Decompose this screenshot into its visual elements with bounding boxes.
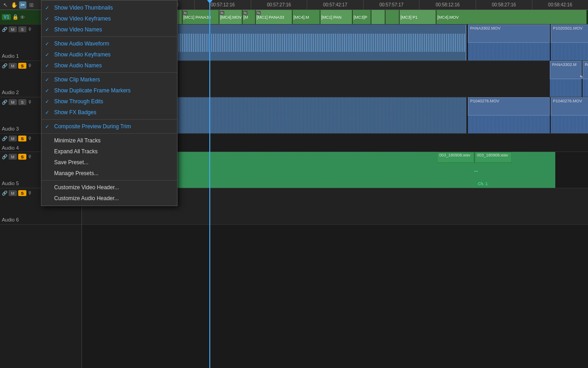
a4-label: Audio 4	[2, 145, 19, 151]
menu-item-show-video-names[interactable]: ✓ Show Video Names	[41, 24, 177, 35]
ruler-mark: 00:58:27:16	[476, 0, 532, 10]
menu-item-composite-preview[interactable]: ✓ Composite Preview During Trim	[41, 121, 177, 132]
hand-icon[interactable]: ✋	[10, 1, 18, 9]
ruler-mark: 00:57:12:16	[194, 0, 251, 10]
menu-item-expand-all-tracks[interactable]: Expand All Tracks	[41, 146, 177, 157]
clip-mc3-p[interactable]: [MC3]P	[353, 10, 371, 24]
a5-clip-003-2[interactable]: 003_180908.wav	[475, 152, 512, 163]
menu-divider-5	[41, 180, 177, 181]
menu-item-show-clip-markers[interactable]: ✓ Show Clip Markers	[41, 74, 177, 85]
a5-s-btn[interactable]: S	[18, 154, 26, 160]
a3-link-icon[interactable]: 🔗	[2, 100, 7, 105]
ruler-mark: 00:57:57:17	[363, 0, 420, 10]
razor-icon[interactable]: ✂	[19, 1, 26, 9]
menu-divider-4	[41, 133, 177, 134]
a5-link-icon[interactable]: 🔗	[2, 154, 7, 159]
a3-m-btn[interactable]: M	[9, 99, 17, 105]
a2-mic-icon[interactable]: 🎙	[28, 63, 32, 68]
fx-badge-4: fx	[243, 11, 248, 15]
a3-clip-p1040-2-wave	[551, 116, 588, 134]
a1-label: Audio 1	[2, 53, 19, 59]
clip-empty1[interactable]	[371, 10, 385, 24]
a4-s-btn[interactable]: S	[18, 136, 26, 141]
clip-mc4-4[interactable]: [MC4].MOV	[436, 10, 587, 24]
a4-link-icon[interactable]: 🔗	[2, 136, 7, 141]
menu-item-show-through-edits[interactable]: ✓ Show Through Edits	[41, 96, 177, 107]
v1-lock-icon[interactable]: 🔒	[12, 14, 19, 20]
a4-mic-icon[interactable]: 🎙	[28, 136, 32, 141]
menu-divider-1	[41, 36, 177, 37]
menu-item-show-video-thumbnails[interactable]: ✓ Show Video Thumbnails	[41, 2, 177, 13]
a1-s-btn[interactable]: S	[18, 26, 26, 32]
ruler-mark: 00:57:27:16	[251, 0, 307, 10]
a1-clip-pana1[interactable]: PANA3302.MOV	[468, 25, 550, 43]
menu-item-show-fx-badges[interactable]: ✓ Show FX Badges	[41, 107, 177, 118]
a4-m-btn[interactable]: M	[9, 136, 17, 141]
ruler-mark: 00:57:42:17	[307, 0, 363, 10]
a2-clip-pana-2-wave	[583, 79, 588, 97]
menu-item-show-dup-frames[interactable]: ✓ Show Duplicate Frame Markers	[41, 85, 177, 96]
cursor-icon[interactable]: ↖	[2, 1, 9, 9]
playhead-marker[interactable]	[209, 0, 210, 10]
a5-mic-icon[interactable]: 🎙	[28, 154, 32, 159]
menu-item-customize-audio-header[interactable]: Customize Audio Header...	[41, 193, 177, 204]
menu-item-save-preset[interactable]: Save Preset...	[41, 157, 177, 168]
clip-mc1-pana1[interactable]: [MC1] PANA33	[182, 10, 219, 24]
clip-empty2[interactable]	[385, 10, 399, 24]
a6-s-btn[interactable]: S	[18, 190, 26, 196]
track-select-icon[interactable]: ⊞	[28, 1, 35, 9]
a2-link-icon[interactable]: 🔗	[2, 63, 7, 68]
ruler-mark: 00:58:12:16	[419, 0, 476, 10]
a2-clip-pana-1-wave	[550, 79, 582, 97]
menu-item-show-audio-waveform[interactable]: ✓ Show Audio Waveform	[41, 38, 177, 49]
a5-label: Audio 5	[2, 181, 19, 186]
a6-label: Audio 6	[2, 217, 19, 222]
a6-link-icon[interactable]: 🔗	[2, 191, 7, 196]
a1-clip-p1020-1[interactable]: P1020S01.MOV	[551, 25, 588, 43]
a3-mic-icon[interactable]: 🎙	[28, 100, 32, 105]
a3-clip-p1040-1[interactable]: P1040276.MOV	[468, 97, 550, 116]
fx-badge-2: fx	[183, 11, 188, 15]
a5-m-btn[interactable]: M	[9, 154, 17, 160]
clip-mc1-pana2[interactable]: [MC1] PANA33	[256, 10, 292, 24]
a1-mic-icon[interactable]: 🎙	[28, 27, 32, 32]
menu-divider-3	[41, 119, 177, 120]
a3-clip-p1040-1-wave	[468, 116, 550, 134]
a2-label: Audio 2	[2, 90, 19, 95]
a2-cursor: ↰	[579, 75, 583, 80]
a2-clip-pana-2[interactable]: PANA3302.MOV	[583, 61, 588, 79]
ruler-mark: 00:58:42:16	[532, 0, 588, 10]
menu-item-show-audio-keyframes[interactable]: ✓ Show Audio Keyframes	[41, 49, 177, 60]
v1-label: V1	[2, 14, 11, 20]
a2-clip-pana-1[interactable]: PANA3302.M	[550, 61, 582, 79]
menu-item-manage-presets[interactable]: Manage Presets...	[41, 168, 177, 179]
v1-eye-icon[interactable]: 👁	[20, 15, 25, 20]
a6-m-btn[interactable]: M	[9, 190, 17, 196]
a3-s-btn[interactable]: S	[18, 99, 26, 105]
menu-item-minimize-all-tracks[interactable]: Minimize All Tracks	[41, 135, 177, 146]
a2-s-btn[interactable]: S	[18, 63, 26, 69]
fx-badge-5: fx	[256, 11, 261, 15]
clip-mc4-3[interactable]: [MC4].M	[293, 10, 320, 24]
a5-ch1-label-2: Ch. 1	[478, 181, 488, 186]
a6-mic-icon[interactable]: 🎙	[28, 191, 32, 196]
a1-link-icon[interactable]: 🔗	[2, 27, 7, 32]
menu-item-show-audio-names[interactable]: ✓ Show Audio Names	[41, 60, 177, 71]
a3-clip-p1040-2[interactable]: P1040276.MOV	[551, 97, 588, 116]
a3-label: Audio 3	[2, 126, 19, 131]
menu-divider-2	[41, 72, 177, 73]
a5-clip-003-1[interactable]: 003_180908.wav	[437, 152, 474, 163]
menu-item-customize-video-header[interactable]: Customize Video Header...	[41, 182, 177, 193]
menu-item-show-video-keyframes[interactable]: ✓ Show Video Keyframes	[41, 13, 177, 24]
a5-loop-icon: ↔	[473, 168, 479, 174]
fx-badge-3: fx	[220, 11, 224, 15]
clip-mc3-p1[interactable]: [MC3] P1	[400, 10, 436, 24]
context-menu[interactable]: ✓ Show Video Thumbnails ✓ Show Video Key…	[41, 0, 177, 206]
a1-clip-p1020-1-wave	[551, 43, 588, 61]
a2-m-btn[interactable]: M	[9, 63, 17, 69]
a1-m-btn[interactable]: M	[9, 26, 17, 32]
clip-mc1-pan[interactable]: [MC1] PAN	[320, 10, 352, 24]
a1-clip-pana1-wave	[468, 43, 550, 61]
